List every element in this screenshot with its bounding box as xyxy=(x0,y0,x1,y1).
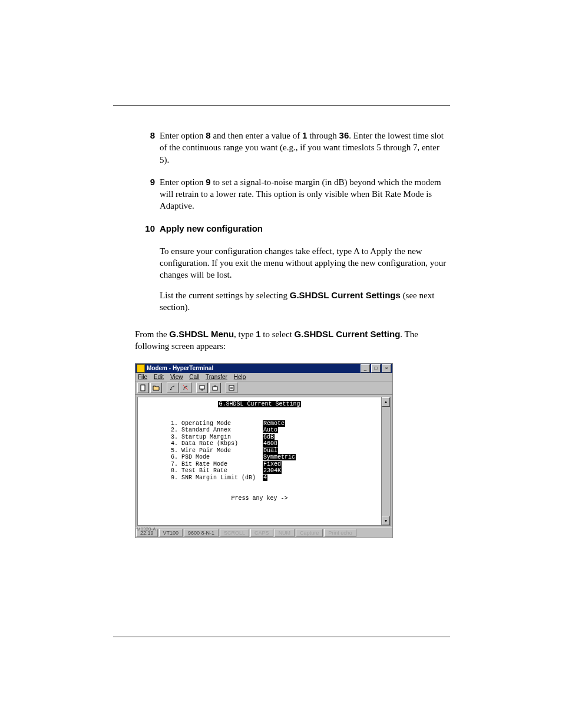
b: G.SHDSL Current Setting xyxy=(295,329,401,339)
scroll-down-icon[interactable]: ▾ xyxy=(382,516,390,525)
term-row-label: 7. Bit Rate Mode xyxy=(171,461,263,467)
terminal-canvas[interactable]: G.SHDSL Current Setting 1. Operating Mod… xyxy=(138,397,381,526)
b: Apply new configuration xyxy=(160,223,263,233)
term-row: 4. Data Rate (Kbps) 4608 xyxy=(171,440,375,447)
app-icon xyxy=(137,364,145,373)
step-heading: Apply new configuration xyxy=(155,223,450,235)
term-row-label: 5. Wire Pair Mode xyxy=(171,447,263,454)
menu-transfer[interactable]: Transfer xyxy=(206,374,227,380)
term-row-label: 8. Test Bit Rate xyxy=(171,467,263,474)
term-row-value: 4608 xyxy=(263,440,278,447)
tool-properties-icon[interactable] xyxy=(226,383,237,393)
menu-help[interactable]: Help xyxy=(234,374,246,380)
term-row: 5. Wire Pair Mode Dual xyxy=(171,447,375,454)
term-row-label: 9. SNR Margin Limit (dB) xyxy=(171,475,263,481)
term-row-value: 4 xyxy=(263,475,267,481)
tool-disconnect-icon[interactable] xyxy=(180,383,191,393)
term-row-value: Dual xyxy=(263,447,278,454)
tool-connect-icon[interactable] xyxy=(167,383,178,393)
term-row-label: 3. Startup Margin xyxy=(171,434,263,440)
titlebar: Modem - HyperTerminal _ □ × xyxy=(135,364,392,373)
status-scroll: SCROLL xyxy=(220,529,249,537)
status-num: NUM xyxy=(275,529,295,537)
list-paragraph: List the current settings by selecting G… xyxy=(160,289,450,314)
step-text: Enter option 9 to set a signal-to-noise … xyxy=(155,176,450,212)
term-row: 9. SNR Margin Limit (dB) 4 xyxy=(171,475,375,482)
term-row-label: 2. Standard Annex xyxy=(171,427,263,433)
step-text: Enter option 8 and then enter a value of… xyxy=(155,130,450,166)
t: Enter option xyxy=(160,177,206,187)
figure-id: M0320-A xyxy=(137,526,156,532)
maximize-button[interactable]: □ xyxy=(371,364,381,373)
menu-paragraph: From the G.SHDSL Menu, type 1 to select … xyxy=(135,328,450,353)
term-row: 3. Startup Margin 6dB xyxy=(171,434,375,441)
press-any-key: Press any key -> xyxy=(144,495,375,502)
menu-file[interactable]: File xyxy=(138,374,147,380)
term-row-label: 1. Operating Mode xyxy=(171,420,263,427)
status-emul: VT100 xyxy=(159,529,183,537)
minimize-button[interactable]: _ xyxy=(361,364,370,373)
footer-rule xyxy=(113,637,450,637)
scroll-thumb[interactable] xyxy=(382,407,390,516)
t: and then enter a value of xyxy=(211,131,302,140)
term-row-label: 4. Data Rate (Kbps) xyxy=(171,440,263,447)
menu-call[interactable]: Call xyxy=(189,374,199,380)
statusbar: 22:19 VT100 9600 8-N-1 SCROLL CAPS NUM C… xyxy=(135,528,392,538)
menubar[interactable]: File Edit View Call Transfer Help xyxy=(135,373,392,381)
status-capture: Capture xyxy=(296,529,323,537)
term-row-value: Symmetric xyxy=(263,454,296,460)
t: , type xyxy=(234,330,256,339)
t: From the xyxy=(135,330,169,339)
b: 8 xyxy=(206,130,210,140)
t: through xyxy=(307,131,339,140)
b: 36 xyxy=(339,130,349,140)
term-header: G.SHDSL Current Setting xyxy=(218,401,300,407)
b: G.SHDSL Menu xyxy=(169,329,234,339)
term-row-value: Fixed xyxy=(263,461,282,467)
b: G.SHDSL Current Settings xyxy=(290,290,401,300)
svg-rect-0 xyxy=(141,385,145,391)
term-row: 8. Test Bit Rate 2304K xyxy=(171,467,375,475)
step-8: 8 Enter option 8 and then enter a value … xyxy=(133,130,450,166)
terminal-window: Modem - HyperTerminal _ □ × File Edit Vi… xyxy=(135,363,393,539)
t: List the current settings by selecting xyxy=(160,291,290,300)
step-num: 10 xyxy=(133,223,155,235)
step-num: 9 xyxy=(133,176,155,188)
status-caps: CAPS xyxy=(250,529,273,537)
close-button[interactable]: × xyxy=(382,364,391,373)
menu-view[interactable]: View xyxy=(170,374,183,380)
term-row-label: 6. PSD Mode xyxy=(171,454,263,460)
term-row-value: Auto xyxy=(263,427,278,433)
svg-rect-5 xyxy=(229,386,234,390)
window-title: Modem - HyperTerminal xyxy=(147,365,359,371)
term-row-value: 6dB xyxy=(263,434,275,440)
t: to select xyxy=(261,330,295,339)
status-printecho: Print echo xyxy=(324,529,356,537)
svg-point-1 xyxy=(170,389,171,390)
step-10: 10 Apply new configuration xyxy=(133,223,450,235)
apply-paragraph: To ensure your configuration changes tak… xyxy=(160,245,450,281)
scrollbar[interactable]: ▴ ▾ xyxy=(381,397,390,526)
step-9: 9 Enter option 9 to set a signal-to-nois… xyxy=(133,176,450,212)
term-row: 7. Bit Rate Mode Fixed xyxy=(171,461,375,468)
header-rule xyxy=(113,105,450,106)
svg-rect-4 xyxy=(213,387,217,390)
tool-send-icon[interactable] xyxy=(196,383,208,393)
term-row: 6. PSD Mode Symmetric xyxy=(171,454,375,461)
step-num: 8 xyxy=(133,130,155,141)
term-row-value: Remote xyxy=(263,420,285,427)
tool-open-icon[interactable] xyxy=(150,383,162,393)
term-row: 1. Operating Mode Remote xyxy=(171,420,375,427)
b: 9 xyxy=(206,177,210,187)
term-row-value: 2304K xyxy=(263,467,282,474)
toolbar xyxy=(135,381,392,395)
tool-new-icon[interactable] xyxy=(137,383,149,393)
svg-rect-3 xyxy=(200,386,204,389)
tool-receive-icon[interactable] xyxy=(209,383,221,393)
menu-edit[interactable]: Edit xyxy=(154,374,164,380)
b: 1 xyxy=(256,329,260,339)
term-row: 2. Standard Annex Auto xyxy=(171,427,375,434)
t: Enter option xyxy=(160,131,206,140)
status-line: 9600 8-N-1 xyxy=(184,529,219,537)
scroll-up-icon[interactable]: ▴ xyxy=(382,397,390,407)
